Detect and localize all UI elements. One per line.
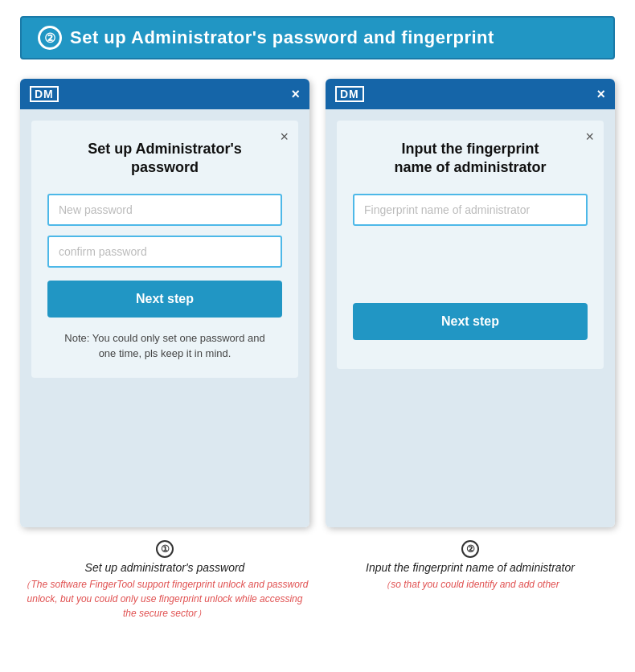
left-caption-main: Set up administrator's password (20, 561, 309, 574)
right-titlebar-close[interactable]: × (596, 86, 605, 103)
left-caption: ① Set up administrator's password （The s… (20, 540, 309, 621)
left-dialog-title: Set up Administrator's password (47, 140, 282, 178)
right-caption-circle: ② (461, 540, 479, 558)
left-window-panel: DM × × Set up Administrator's password N… (20, 79, 309, 527)
left-caption-sub: （The software FingerTool support fingerp… (20, 577, 309, 621)
right-app-logo: DM (335, 86, 364, 102)
right-caption-sub: （so that you could identify and add othe… (326, 577, 615, 592)
confirm-password-input[interactable] (47, 236, 282, 268)
left-caption-circle: ① (156, 540, 174, 558)
panels-row: DM × × Set up Administrator's password N… (20, 79, 615, 527)
left-app-logo: DM (30, 86, 59, 102)
right-caption-main: Input the fingerprint name of administra… (326, 561, 615, 574)
right-inner-dialog: × Input the fingerprint name of administ… (337, 121, 604, 369)
left-next-step-button[interactable]: Next step (47, 281, 282, 318)
left-inner-dialog: × Set up Administrator's password Next s… (31, 121, 298, 378)
left-titlebar-close[interactable]: × (291, 86, 300, 103)
captions-row: ① Set up administrator's password （The s… (20, 540, 615, 621)
left-logo-box: DM (30, 86, 59, 102)
right-caption: ② Input the fingerprint name of administ… (326, 540, 615, 621)
password-note: Note: You could only set one password an… (47, 330, 282, 362)
right-logo-box: DM (335, 86, 364, 102)
right-window-panel: DM × × Input the fingerprint name of adm… (326, 79, 615, 527)
left-titlebar: DM × (20, 79, 309, 109)
page: ② Set up Administrator's password and fi… (0, 0, 635, 672)
left-dialog-close[interactable]: × (280, 129, 289, 145)
right-dialog-title: Input the fingerprint name of administra… (353, 140, 588, 178)
right-caption-circle-row: ② (326, 540, 615, 558)
right-dialog-close[interactable]: × (585, 129, 594, 145)
left-caption-circle-row: ① (20, 540, 309, 558)
new-password-input[interactable] (47, 194, 282, 226)
left-window-body: × Set up Administrator's password Next s… (20, 109, 309, 527)
right-window-body: × Input the fingerprint name of administ… (326, 109, 615, 527)
header-title: Set up Administrator's password and fing… (70, 27, 494, 48)
right-titlebar: DM × (326, 79, 615, 109)
header-step-circle: ② (38, 26, 62, 50)
header-banner: ② Set up Administrator's password and fi… (20, 16, 615, 59)
fp-spacer (353, 236, 588, 300)
fingerprint-name-input[interactable] (353, 194, 588, 226)
right-next-step-button[interactable]: Next step (353, 303, 588, 340)
